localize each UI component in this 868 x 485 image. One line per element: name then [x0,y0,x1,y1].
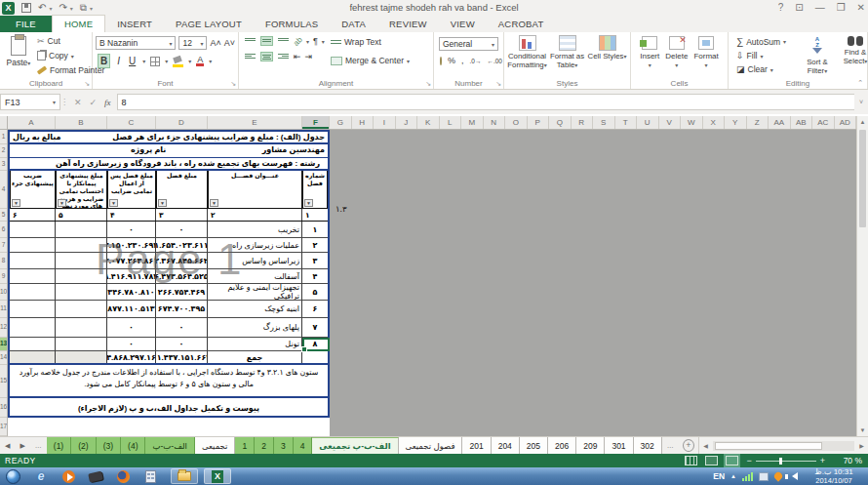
column-number-cell[interactable]: ۴ [107,209,156,221]
media-player-icon[interactable] [61,469,75,483]
row-header-8[interactable]: 8 [0,253,7,269]
column-header-H[interactable]: H [352,116,375,129]
clipboard-dialog-launcher-icon[interactable]: ↘ [84,80,90,88]
sheet-tab-204[interactable]: 204 [492,437,520,454]
sheet-tab-1[interactable]: 1 [235,437,255,454]
filter-dropdown-icon[interactable]: ▼ [158,199,167,207]
column-header-E[interactable]: E [208,116,302,129]
empty-cell[interactable] [56,318,107,338]
cell-amount[interactable]: ۲.۳۶۷.۸۴۵.۶۶۲ [156,253,208,269]
accounting-format-icon[interactable] [440,57,442,65]
row-header-11[interactable]: 11 [0,301,7,318]
empty-cell[interactable] [56,269,107,284]
sheet-tab-3[interactable]: 3 [274,437,294,454]
vertical-scroll-thumb[interactable] [859,130,866,227]
column-header-O[interactable]: O [505,116,528,129]
fill-button[interactable]: ⇩Fill▾ [734,50,788,61]
empty-cell[interactable] [56,284,107,301]
empty-cell[interactable] [10,253,56,269]
header-coef[interactable]: ضریب پیشنهادی جزء▼ [10,171,56,209]
empty-cell[interactable] [10,338,56,351]
increase-decimal-icon[interactable]: .0→ [470,58,482,64]
empty-cell[interactable] [56,222,107,238]
column-header-N[interactable]: N [484,116,506,129]
calculator-icon[interactable] [143,469,157,483]
note-row-1[interactable]: ستون های ۳.۲.۱ و۴ توسط دستگاه اجرایی ، ب… [10,365,328,398]
sheet-tab-الف-ب-پ[interactable]: الف-ب-پ [145,437,194,454]
fill-color-icon[interactable] [173,57,183,65]
vertical-scrollbar[interactable]: ▲ ▼ [856,116,868,436]
cell-amount[interactable]: ۶۷۴.۷۰۰.۳۹۵ [156,301,208,318]
cell-chapter-title[interactable]: ابنیه کوچک [208,301,302,318]
excel-taskbar-button[interactable]: X [204,468,231,484]
empty-cell[interactable] [56,253,107,269]
table-row-۸[interactable]: ۰۰تونل۸ [10,338,328,351]
tab-formulas[interactable]: FORMULAS [254,16,330,32]
language-indicator[interactable]: EN [713,471,725,481]
row-header-16[interactable]: 16 [0,398,7,418]
cell-chapter-no[interactable]: ۷ [302,318,328,338]
table-row-۱[interactable]: ۰۰تخریب۱ [10,222,328,238]
sheet-tab-209[interactable]: 209 [576,437,605,454]
cell-amount[interactable]: ۱.۶۵۴.۰۲۳.۶۱۱ [156,238,208,253]
firefox-icon[interactable] [116,469,130,483]
horizontal-scroll-track[interactable] [713,441,854,451]
empty-cell[interactable] [56,238,107,253]
empty-cell[interactable] [10,238,56,253]
page-break-outside-area[interactable]: ۱.۳ [330,130,856,436]
sort-filter-button[interactable]: AZ Sort & Filter▾ [799,36,836,76]
find-select-button[interactable]: Find & Select▾ [838,36,868,66]
table-row-۷[interactable]: ۰۰پلهای بزرگ۷ [10,318,328,338]
sheet-nav-left-icon[interactable]: ◀ [0,437,15,454]
column-header-S[interactable]: S [593,116,615,129]
scroll-up-icon[interactable]: ▲ [857,116,868,128]
explorer-taskbar-button[interactable] [171,468,198,484]
table-row-۵[interactable]: ۳۴۶.۷۸۰.۸۱۰۲۶۶.۷۵۴.۴۶۹تجهیزات ایمنی و عل… [10,284,328,301]
underline-button[interactable]: U [127,55,138,67]
column-number-cell[interactable]: ۱ [302,209,328,221]
sheet-tab-301[interactable]: 301 [605,437,633,454]
text-direction-icon[interactable]: ¶ [313,36,318,46]
sheet-tab-(1)[interactable]: (1) [47,437,71,454]
column-header-AA[interactable]: AA [769,116,791,129]
sheet-overflow-right[interactable]: … [662,437,679,454]
cell-chapter-no[interactable]: ۴ [302,269,328,284]
filter-dropdown-icon[interactable]: ▼ [58,199,66,207]
cell-chapter-no[interactable]: ۵ [302,284,328,301]
font-size-combo[interactable]: 12▾ [178,36,207,50]
row-header-15[interactable]: 15 [0,365,7,398]
align-center-icon[interactable] [260,52,273,61]
cell-styles-button[interactable]: Cell Styles▾ [587,35,627,78]
increase-indent-icon[interactable]: ⇥ [305,52,313,61]
header-proposed[interactable]: مبلغ پیشنهادی پیمانکار با احتساب تمامی ض… [56,171,107,209]
column-header-U[interactable]: U [637,116,659,129]
restore-icon[interactable]: ❐ [837,1,846,14]
cell-adjusted[interactable]: ۲.۱۵۰.۲۳۰.۶۹۴ [107,238,156,253]
sheet-nav-right-icon[interactable]: ▶ [15,437,29,454]
column-header-AD[interactable]: AD [835,116,857,129]
cell-chapter-title[interactable]: آسفالت [208,269,302,284]
middle-align-icon[interactable] [260,36,273,46]
zoom-in-icon[interactable]: + [820,456,825,465]
header-adjusted[interactable]: مبلغ فصل پس از اعمال تمامی ضرایب▼ [107,171,156,209]
device-app-icon[interactable] [89,469,102,483]
format-as-table-button[interactable]: Format as Table▾ [547,35,587,78]
collapse-ribbon-icon[interactable]: ⌃ [857,79,863,87]
column-header-I[interactable]: I [374,116,396,129]
column-header-F[interactable]: F [302,116,330,129]
column-header-X[interactable]: X [703,116,726,129]
sheet-tab-205[interactable]: 205 [520,437,548,454]
table-row-۴[interactable]: ۸.۴۱۶.۹۱۱.۷۸۳۶.۴۷۳.۵۶۴.۵۲۵آسفالت۴ [10,269,328,284]
empty-cell[interactable] [56,338,107,351]
speaker-icon[interactable] [788,472,798,480]
show-hidden-icons[interactable]: ▲ [730,473,736,479]
cell-amount[interactable]: ۰ [156,222,208,238]
expand-formula-bar-icon[interactable]: ˅ [854,99,868,105]
tab-review[interactable]: REVIEW [377,16,439,32]
namebox-splitter[interactable]: ⋮ [60,98,68,106]
consultant-row[interactable]: مهندسین مشاور نام پروژه [10,144,328,158]
tab-acrobat[interactable]: ACROBAT [487,16,556,32]
borders-icon[interactable] [150,57,160,66]
cell-adjusted[interactable]: ۳۴۶.۷۸۰.۸۱۰ [107,284,156,301]
cell-chapter-title[interactable]: زیراساس واساس [208,253,302,269]
